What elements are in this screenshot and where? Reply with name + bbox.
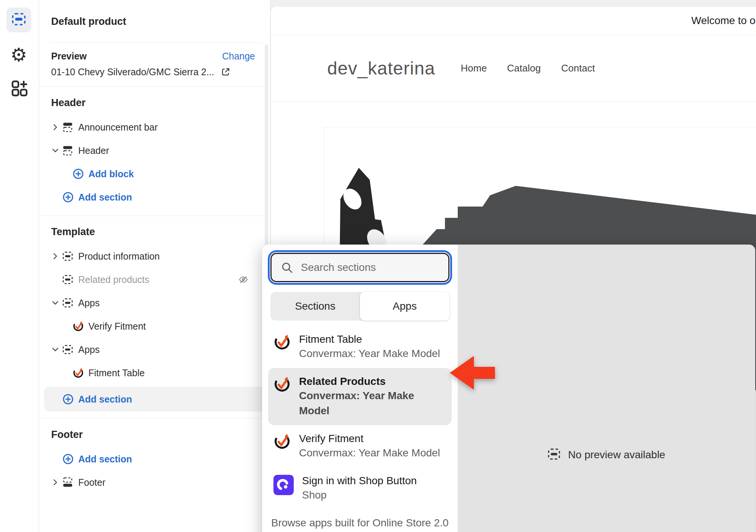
app-item-title: Fitment Table [299, 333, 440, 346]
group-heading: Footer [51, 429, 270, 441]
convermax-icon [73, 367, 88, 378]
app-item-subtitle: Convermax: Year Make Model [299, 388, 446, 418]
chevron-right-icon [51, 123, 62, 131]
app-item-verify-fitment[interactable]: Verify Fitment Convermax: Year Make Mode… [268, 425, 452, 467]
section-icon [62, 274, 78, 285]
app-item-subtitle: Convermax: Year Make Model [299, 346, 440, 361]
annotation-arrow [450, 356, 496, 391]
sidebar-item-related-products[interactable]: Related products [39, 268, 270, 291]
shopify-theme-editor: { "rail": { "tools": [ {"icon": "theme-s… [0, 0, 756, 532]
section-icon [62, 344, 78, 355]
add-section-button[interactable]: Add section [44, 387, 265, 412]
convermax-icon [273, 375, 291, 393]
external-link-icon[interactable] [220, 67, 231, 77]
add-block-button[interactable]: Add block [39, 162, 270, 185]
footer-section-icon [62, 477, 78, 488]
eye-slash-icon[interactable] [238, 274, 249, 285]
chevron-down-icon [51, 299, 62, 307]
chevron-down-icon [51, 146, 62, 155]
section-icon [62, 251, 78, 261]
tool-rail: ⚙ [0, 0, 39, 532]
app-item-title: Verify Fitment [299, 432, 440, 445]
plus-circle-icon [73, 168, 88, 179]
theme-sections-icon [12, 12, 26, 28]
plus-circle-icon [62, 453, 78, 465]
app-item-sign-in-with-shop-button[interactable]: Sign in with Shop Button Shop [268, 467, 452, 509]
theme-settings-button[interactable]: ⚙ [8, 44, 29, 65]
sidebar-item-apps[interactable]: Apps [39, 338, 270, 361]
search-icon [281, 261, 293, 274]
popover-list-panel: SectionsApps Fitment Table Convermax: Ye… [262, 245, 458, 532]
app-item-related-products[interactable]: Related Products Convermax: Year Make Mo… [268, 368, 452, 425]
app-embeds-icon [10, 79, 29, 99]
search-box [270, 253, 449, 282]
group-heading: Header [51, 97, 270, 109]
sidebar-item-footer[interactable]: Footer [39, 471, 270, 494]
sidebar-group-header: Header Announcement bar Header Add block… [39, 87, 270, 216]
nav-home[interactable]: Home [461, 62, 487, 74]
convermax-icon [73, 321, 88, 332]
no-preview-section-icon [548, 448, 560, 462]
app-embeds-button[interactable] [10, 79, 29, 99]
change-preview-link[interactable]: Change [222, 50, 255, 62]
page-title: Default product [51, 15, 258, 28]
section-icon [62, 298, 78, 308]
browse-apps-text: Browse apps built for Online Store 2.0 t… [271, 517, 449, 532]
announcement-text: Welcome to ou [691, 15, 756, 27]
app-list: Fitment Table Convermax: Year Make Model… [268, 326, 452, 509]
shop-logo-icon [273, 475, 294, 495]
group-heading: Template [51, 226, 270, 238]
nav-contact[interactable]: Contact [561, 62, 595, 74]
app-item-title: Related Products [299, 375, 446, 388]
add-section-button[interactable]: Add section [39, 447, 270, 471]
app-item-subtitle: Convermax: Year Make Model [299, 445, 440, 461]
add-section-popover: SectionsApps Fitment Table Convermax: Ye… [262, 245, 755, 532]
tab-apps[interactable]: Apps [360, 292, 449, 321]
chevron-right-icon [51, 252, 62, 260]
chevron-right-icon [51, 478, 62, 486]
popover-preview-panel: No preview available [458, 245, 755, 532]
browse-apps-note: Browse apps built for Online Store 2.0 t… [271, 515, 449, 532]
storefront-header: dev_katerina Home Catalog Contact [271, 35, 756, 102]
preview-label: Preview [51, 50, 87, 62]
sidebar-item-apps[interactable]: Apps [39, 291, 270, 315]
sidebar-item-product-information[interactable]: Product information [39, 245, 270, 268]
sidebar-group-template: Template Product information Related pro… [39, 216, 270, 418]
app-item-title: Sign in with Shop Button [302, 474, 417, 488]
app-item-fitment-table[interactable]: Fitment Table Convermax: Year Make Model [268, 326, 452, 368]
search-sections-input[interactable] [300, 261, 437, 274]
sections-sidebar: Default product Preview Change 01-10 Che… [39, 0, 270, 532]
header-section-icon [62, 145, 78, 156]
app-item-subtitle: Shop [302, 488, 417, 503]
gear-icon: ⚙ [11, 46, 27, 64]
sidebar-item-fitment-table[interactable]: Fitment Table [39, 361, 270, 385]
no-preview-text: No preview available [568, 449, 665, 461]
sidebar-item-announcement-bar[interactable]: Announcement bar [39, 116, 270, 139]
convermax-icon [273, 433, 291, 450]
add-section-button[interactable]: Add section [39, 185, 270, 209]
announcement-bar[interactable]: Welcome to ou [271, 7, 756, 35]
sections-tool-button[interactable] [6, 8, 31, 32]
plus-circle-icon [62, 192, 78, 203]
sections-apps-tabs: SectionsApps [270, 292, 449, 321]
sidebar-item-verify-fitment[interactable]: Verify Fitment [39, 315, 270, 338]
nav-catalog[interactable]: Catalog [507, 62, 541, 74]
plus-circle-icon [62, 394, 78, 405]
header-section-icon [62, 122, 78, 132]
chevron-down-icon [51, 345, 62, 354]
convermax-icon [273, 333, 291, 351]
store-logo[interactable]: dev_katerina [327, 58, 435, 79]
preview-block: Preview Change 01-10 Chevy Silverado/GMC… [39, 43, 270, 87]
preview-product-name: 01-10 Chevy Silverado/GMC Sierra 2... [51, 66, 214, 78]
tab-sections[interactable]: Sections [270, 292, 360, 321]
sidebar-group-footer: Footer Add section Footer [39, 419, 270, 501]
sidebar-item-header[interactable]: Header [39, 139, 270, 162]
